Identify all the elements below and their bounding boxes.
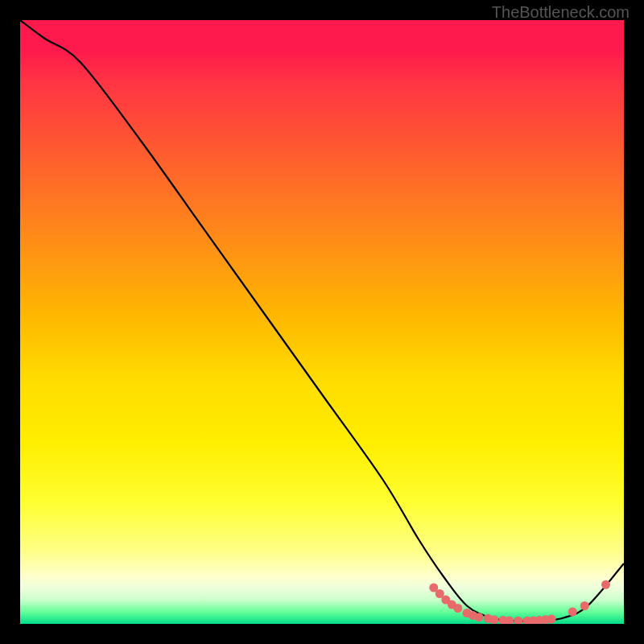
chart-dot xyxy=(580,601,589,610)
chart-dot xyxy=(547,615,556,624)
chart-dots xyxy=(429,580,610,624)
chart-dot xyxy=(453,604,462,613)
watermark-text: TheBottleneck.com xyxy=(492,3,630,22)
chart-plot-area xyxy=(20,20,624,624)
chart-dot xyxy=(475,613,484,621)
chart-svg xyxy=(20,20,624,624)
chart-line xyxy=(20,20,624,621)
chart-dot xyxy=(489,615,498,624)
chart-dot xyxy=(514,617,522,624)
chart-dot xyxy=(601,580,610,589)
chart-dot xyxy=(568,608,577,617)
